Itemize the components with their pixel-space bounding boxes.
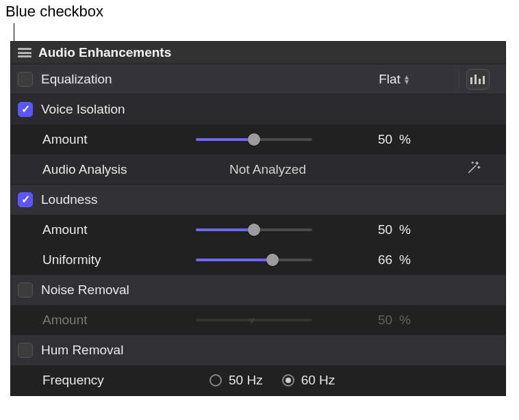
equalizer-icon xyxy=(470,75,485,84)
equalization-checkbox[interactable] xyxy=(18,72,33,87)
callout-label: Blue checkbox xyxy=(5,3,103,21)
loudness-uniformity-row: Uniformity 66 % xyxy=(11,245,505,275)
voice-isolation-amount-row: Amount 50 % xyxy=(11,124,505,155)
loudness-row: Loudness xyxy=(11,185,505,215)
equalization-row: Equalization Flat ▲▼ xyxy=(11,64,505,94)
frequency-60hz-label: 60 Hz xyxy=(301,373,336,388)
noise-removal-amount-value: 50 xyxy=(378,313,392,328)
equalization-label: Equalization xyxy=(41,72,202,87)
loudness-uniformity-slider[interactable] xyxy=(196,252,312,267)
hum-removal-frequency-row: Frequency 50 Hz 60 Hz xyxy=(11,365,505,395)
hum-removal-checkbox[interactable] xyxy=(18,343,33,358)
section-icon xyxy=(18,48,31,57)
frequency-50hz-radio[interactable] xyxy=(210,374,222,386)
percent-unit: % xyxy=(399,313,411,328)
voice-isolation-label: Voice Isolation xyxy=(41,102,202,117)
loudness-amount-label: Amount xyxy=(18,222,196,237)
frequency-50hz-label: 50 Hz xyxy=(229,373,263,388)
section-header: Audio Enhancements xyxy=(11,42,505,64)
hum-removal-frequency-label: Frequency xyxy=(18,373,196,388)
frequency-60hz-radio[interactable] xyxy=(282,374,294,386)
audio-analysis-label: Audio Analysis xyxy=(18,162,196,177)
section-title: Audio Enhancements xyxy=(38,45,171,60)
noise-removal-checkbox[interactable] xyxy=(18,283,33,298)
magic-wand-icon[interactable] xyxy=(466,160,481,179)
hum-removal-label: Hum Removal xyxy=(41,343,202,358)
voice-isolation-amount-value: 50 xyxy=(378,132,392,147)
voice-isolation-row: Voice Isolation xyxy=(11,94,505,124)
audio-analysis-status: Not Analyzed xyxy=(229,162,306,177)
audio-analysis-row: Audio Analysis Not Analyzed xyxy=(11,155,505,185)
noise-removal-amount-slider[interactable]: ♥ xyxy=(196,313,312,328)
voice-isolation-checkbox[interactable] xyxy=(18,102,33,117)
percent-unit: % xyxy=(399,252,411,267)
loudness-amount-row: Amount 50 % xyxy=(11,215,505,245)
noise-removal-amount-row: Amount ♥ 50 % xyxy=(11,305,505,335)
frequency-radio-group: 50 Hz 60 Hz xyxy=(196,373,335,388)
equalization-preset-value: Flat xyxy=(379,72,401,87)
noise-removal-amount-label: Amount xyxy=(18,313,196,328)
divider xyxy=(459,70,459,88)
audio-enhancements-panel: Audio Enhancements Equalization Flat ▲▼ … xyxy=(10,41,506,396)
noise-removal-row: Noise Removal xyxy=(11,275,505,305)
voice-isolation-amount-slider[interactable] xyxy=(196,132,312,147)
loudness-uniformity-label: Uniformity xyxy=(18,252,196,267)
loudness-checkbox[interactable] xyxy=(18,192,33,207)
loudness-label: Loudness xyxy=(41,192,202,207)
loudness-uniformity-value: 66 xyxy=(378,252,392,267)
equalizer-button[interactable] xyxy=(466,69,490,90)
chevron-updown-icon: ▲▼ xyxy=(403,75,410,84)
loudness-amount-slider[interactable] xyxy=(196,222,312,237)
percent-unit: % xyxy=(399,132,411,147)
hum-removal-row: Hum Removal xyxy=(11,335,505,365)
noise-removal-label: Noise Removal xyxy=(41,283,202,298)
loudness-amount-value: 50 xyxy=(378,222,392,237)
voice-isolation-amount-label: Amount xyxy=(18,132,196,147)
percent-unit: % xyxy=(399,222,411,237)
equalization-preset-select[interactable]: Flat ▲▼ xyxy=(340,72,449,87)
heart-icon: ♥ xyxy=(249,315,255,327)
